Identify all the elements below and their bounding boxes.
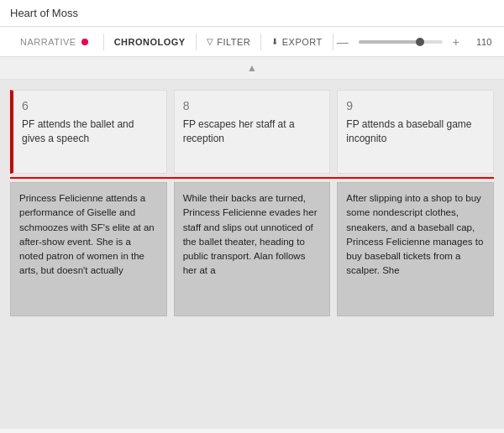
card-6-number: 6 [22, 99, 158, 112]
desc-card-6-text: Princess Felicienne attends a performanc… [19, 191, 158, 279]
card-8-title: FP escapes her staff at a reception [183, 117, 322, 146]
card-9-number: 9 [346, 99, 485, 112]
tab-chronology[interactable]: CHRONOLOGY [104, 34, 197, 50]
tab-narrative[interactable]: NARRATIVE [10, 34, 104, 50]
scroll-hint: ▲ [0, 57, 504, 80]
content-area: 6 PF attends the ballet and gives a spee… [0, 80, 504, 429]
cards-grid-top: 6 PF attends the ballet and gives a spee… [0, 86, 504, 177]
zoom-thumb[interactable] [416, 38, 424, 46]
zoom-minus-button[interactable]: — [333, 35, 352, 49]
desc-card-9-text: After slipping into a shop to buy some n… [346, 191, 485, 279]
narrative-dot [81, 39, 88, 45]
desc-card-8: While their backs are turned, Princess F… [174, 182, 331, 316]
desc-card-6: Princess Felicienne attends a performanc… [10, 182, 167, 316]
desc-card-8-text: While their backs are turned, Princess F… [183, 191, 322, 279]
zoom-plus-button[interactable]: + [449, 35, 463, 49]
export-button[interactable]: ⬇ EXPORT [261, 34, 333, 50]
export-icon: ⬇ [271, 37, 279, 46]
toolbar-left: NARRATIVE CHRONOLOGY ▽ FILTER ⬇ EXPORT [10, 34, 333, 50]
filter-button[interactable]: ▽ FILTER [197, 34, 262, 50]
title-bar: Heart of Moss [0, 0, 504, 27]
card-6-title: PF attends the ballet and gives a speech [22, 117, 158, 146]
card-8: 8 FP escapes her staff at a reception [174, 90, 331, 174]
tab-narrative-label: NARRATIVE [20, 37, 76, 47]
tab-chronology-label: CHRONOLOGY [114, 37, 186, 47]
zoom-track [359, 40, 417, 44]
card-8-number: 8 [183, 99, 322, 112]
cards-grid-desc: Princess Felicienne attends a performanc… [0, 179, 504, 320]
filter-icon: ▽ [207, 37, 214, 46]
app-title: Heart of Moss [10, 7, 78, 19]
zoom-slider[interactable] [359, 40, 443, 44]
card-6: 6 PF attends the ballet and gives a spee… [10, 90, 167, 174]
card-9-title: FP attends a baseball game incognito [346, 117, 485, 146]
toolbar-right: — + 110 [333, 35, 500, 49]
zoom-value: 110 [476, 37, 500, 47]
toolbar: NARRATIVE CHRONOLOGY ▽ FILTER ⬇ EXPORT —… [0, 27, 504, 57]
filter-label: FILTER [217, 37, 250, 47]
desc-card-9: After slipping into a shop to buy some n… [337, 182, 494, 316]
scroll-up-arrow: ▲ [247, 62, 257, 74]
export-label: EXPORT [282, 37, 323, 47]
card-9: 9 FP attends a baseball game incognito [337, 90, 494, 174]
